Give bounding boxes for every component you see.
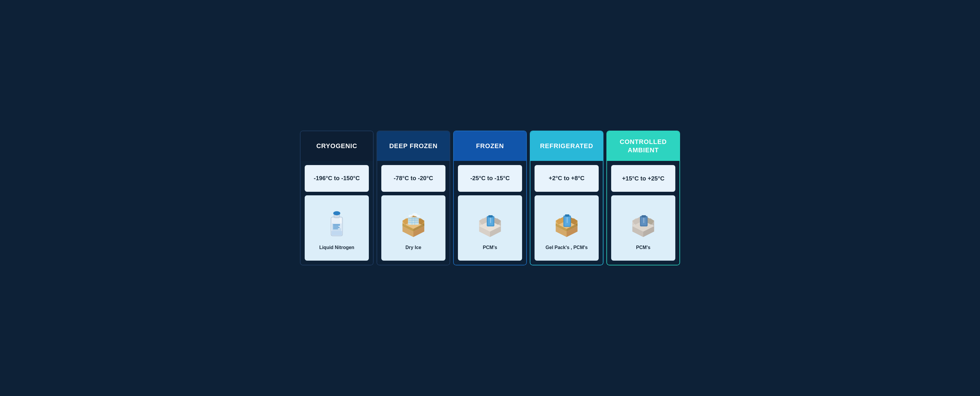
header-refrigerated: REFRIGERATED: [530, 131, 603, 161]
svg-rect-2: [333, 224, 340, 225]
column-frozen: FROZEN -25°C to -15°C: [453, 130, 527, 266]
svg-rect-4: [333, 227, 339, 228]
label-refrigerated: Gel Pack's , PCM's: [546, 245, 588, 250]
temp-value-cryogenic: -196°C to -150°C: [314, 175, 360, 182]
icon-card-controlled-ambient: PCM's: [611, 195, 675, 261]
temp-frozen: -25°C to -15°C: [458, 165, 522, 192]
svg-rect-5: [333, 229, 338, 229]
body-deep-frozen: -78°C to -20°C: [377, 161, 450, 265]
label-frozen: PCM's: [483, 245, 497, 250]
icon-card-deep-frozen: Dry Ice: [381, 195, 445, 261]
body-refrigerated: +2°C to +8°C: [530, 161, 603, 265]
body-cryogenic: -196°C to -150°C: [301, 161, 373, 265]
column-cryogenic: CRYOGENIC -196°C to -150°C: [300, 130, 374, 266]
icon-card-cryogenic: Liquid Nitrogen: [305, 195, 369, 261]
dashboard: CRYOGENIC -196°C to -150°C: [294, 122, 686, 274]
header-controlled-ambient: CONTROLLED AMBIENT: [607, 131, 679, 161]
icon-card-frozen: PCM's: [458, 195, 522, 261]
pcm-box-icon: [474, 206, 506, 239]
body-frozen: -25°C to -15°C: [454, 161, 526, 265]
label-cryogenic: Liquid Nitrogen: [319, 245, 354, 250]
svg-rect-37: [488, 215, 493, 217]
body-controlled-ambient: +15°C to +25°C: [607, 161, 679, 265]
temp-controlled-ambient: +15°C to +25°C: [611, 165, 675, 192]
column-controlled-ambient: CONTROLLED AMBIENT +15°C to +25°C: [606, 130, 680, 266]
temp-cryogenic: -196°C to -150°C: [305, 165, 369, 192]
column-refrigerated: REFRIGERATED +2°C to +8°C: [530, 130, 603, 266]
temp-refrigerated: +2°C to +8°C: [535, 165, 599, 192]
icon-card-refrigerated: Gel Pack's , PCM's: [535, 195, 599, 261]
svg-rect-17: [408, 217, 419, 225]
svg-rect-50: [565, 214, 570, 216]
svg-point-7: [333, 212, 340, 216]
column-deep-frozen: DEEP FROZEN -78°C to -20°C: [377, 130, 450, 266]
gel-pack-icon: [550, 206, 583, 239]
label-controlled-ambient: PCM's: [636, 245, 651, 250]
liquid-nitrogen-icon: [320, 206, 353, 239]
header-frozen: FROZEN: [454, 131, 526, 161]
temp-value-controlled-ambient: +15°C to +25°C: [622, 175, 665, 182]
temp-value-refrigerated: +2°C to +8°C: [549, 175, 584, 182]
svg-rect-3: [333, 226, 339, 226]
svg-point-25: [416, 215, 420, 217]
temp-value-frozen: -25°C to -15°C: [470, 175, 510, 182]
header-deep-frozen: DEEP FROZEN: [377, 131, 450, 161]
pcm-gray-icon: [627, 206, 660, 239]
dry-ice-icon: [397, 206, 430, 239]
svg-rect-8: [331, 231, 342, 235]
header-cryogenic: CRYOGENIC: [301, 131, 373, 161]
svg-rect-38: [490, 218, 491, 223]
svg-rect-9: [340, 218, 341, 228]
label-deep-frozen: Dry Ice: [406, 245, 421, 250]
svg-rect-51: [566, 217, 568, 223]
temp-value-deep-frozen: -78°C to -20°C: [394, 175, 433, 182]
temp-deep-frozen: -78°C to -20°C: [381, 165, 445, 192]
svg-rect-61: [642, 215, 646, 217]
svg-rect-62: [643, 218, 644, 223]
